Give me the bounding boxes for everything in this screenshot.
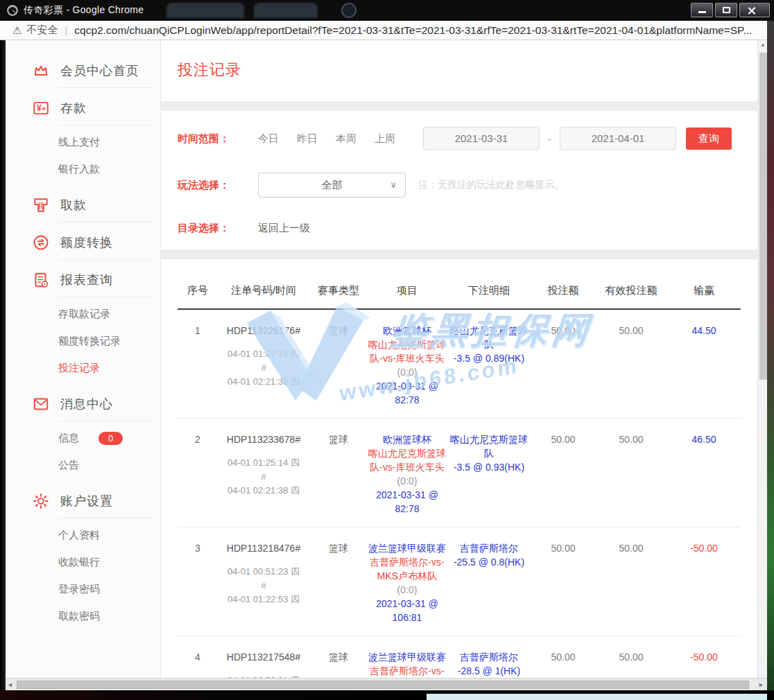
sidebar-item[interactable]: 线上支付: [6, 129, 160, 156]
date-to-input[interactable]: 2021-04-01: [560, 127, 676, 150]
sidebar-item[interactable]: 公告: [6, 452, 160, 479]
league-link[interactable]: 波兰篮球甲级联赛: [368, 541, 447, 555]
sidebar-group-label: 账户设置: [60, 493, 113, 509]
sidebar-item[interactable]: 额度转换记录: [6, 328, 160, 355]
sidebar-group[interactable]: 额度转换: [6, 225, 160, 259]
background-tab: [254, 3, 318, 18]
bet-pick-link[interactable]: 喀山尤尼克斯篮球队: [447, 324, 531, 351]
back-up-level-link[interactable]: 返回上一级: [258, 222, 310, 235]
filters-panel: 时间范围： 今日昨日本周上周 2021-03-31 - 2021-04-01 查…: [161, 111, 757, 250]
vertical-scrollbar[interactable]: ▲: [757, 40, 767, 678]
background-tab: [166, 3, 244, 18]
quick-range-link[interactable]: 上周: [375, 132, 395, 146]
time-range-row: 时间范围： 今日昨日本周上周 2021-03-31 - 2021-04-01 查…: [178, 126, 750, 151]
maximize-button[interactable]: [715, 3, 737, 17]
order-number: HDP113233678#: [218, 432, 309, 446]
time-range-label: 时间范围：: [178, 132, 258, 146]
sidebar-group-label: 会员中心首页: [60, 62, 139, 79]
sidebar-group[interactable]: 会员中心首页: [6, 53, 160, 87]
play-select-row: 玩法选择： 全部 ∨ 注：无投注的玩法此处忽略显示。: [178, 172, 750, 198]
event-cell: 波兰篮球甲级联赛吉普萨斯塔尔-vs-MKS卢布林队 (0:0)2021-03-3…: [368, 650, 447, 678]
result-link[interactable]: 2021-03-31 @ 82:78: [368, 488, 447, 516]
table-row: 1HDP113226176#04-01 01:07:14 四#04-01 02:…: [178, 310, 741, 419]
sport-cell: 篮球: [309, 541, 368, 624]
play-select-dropdown[interactable]: 全部 ∨: [258, 173, 406, 198]
address-bar[interactable]: ⚠ 不安全 | cqcp2.com/chuanQiCPLoginWeb/app/…: [0, 21, 774, 40]
scroll-right-icon[interactable]: ►: [758, 681, 764, 688]
horizontal-scrollbar[interactable]: ◄ ►: [6, 678, 767, 690]
divider: [58, 87, 155, 88]
result-link[interactable]: 2021-03-31 @ 82:78: [368, 379, 447, 407]
settle-time: 04-01 01:22:53 四: [218, 593, 309, 606]
bet-amount-cell: 50.00: [531, 432, 595, 516]
quick-range-link[interactable]: 本周: [336, 132, 356, 146]
column-header: 投注额: [531, 284, 595, 297]
valid-amount-cell: 50.00: [595, 324, 667, 407]
scroll-up-icon[interactable]: ▲: [758, 42, 768, 48]
seq-cell: 4: [178, 650, 218, 678]
seq-cell: 3: [178, 541, 218, 624]
match-teams: 吉普萨斯塔尔-vs-MKS卢布林队: [370, 557, 444, 581]
minimize-icon: [698, 11, 706, 13]
date-from-input[interactable]: 2021-03-31: [423, 127, 540, 150]
sidebar-item[interactable]: 登录密码: [6, 576, 160, 603]
detail-cell: 吉普萨斯塔尔-28.5 @ 1(HK): [447, 650, 531, 678]
quick-range-link[interactable]: 今日: [258, 132, 279, 146]
table-row: 3HDP113218476#04-01 00:51:23 四#04-01 01:…: [178, 527, 741, 636]
sidebar-group[interactable]: ¥«存款: [6, 90, 160, 125]
window-border-bottom: [0, 690, 774, 700]
bet-pick-link[interactable]: 吉普萨斯塔尔: [447, 541, 531, 555]
sport-cell: 篮球: [309, 324, 368, 407]
bet-time: 04-01 00:51:23 四: [218, 565, 309, 579]
table-body: 1HDP113226176#04-01 01:07:14 四#04-01 02:…: [161, 310, 757, 678]
quick-range-link[interactable]: 昨日: [297, 132, 318, 146]
sidebar-group[interactable]: 消息中心: [6, 386, 160, 421]
url-text[interactable]: cqcp2.com/chuanQiCPLoginWeb/app/reportDe…: [74, 24, 752, 37]
page-title: 投注记录: [178, 60, 241, 80]
sidebar-item[interactable]: 收款银行: [6, 549, 160, 576]
bet-pick-link[interactable]: 喀山尤尼克斯篮球队: [447, 432, 531, 460]
sidebar-group[interactable]: 取款: [6, 187, 160, 222]
bet-pick-link[interactable]: 吉普萨斯塔尔: [447, 650, 531, 664]
close-button[interactable]: [739, 3, 770, 17]
order-cell: HDP113226176#04-01 01:07:14 四#04-01 02:2…: [218, 324, 309, 407]
sidebar-item[interactable]: 投注记录: [6, 355, 160, 382]
window-border-left: [0, 40, 6, 690]
warning-icon[interactable]: ⚠: [12, 24, 22, 37]
sidebar-item[interactable]: 取款密码: [6, 603, 160, 630]
sidebar-item[interactable]: 信息0: [6, 425, 160, 452]
security-label[interactable]: 不安全: [26, 24, 58, 37]
scroll-left-icon[interactable]: ◄: [7, 681, 13, 688]
sidebar: 会员中心首页¥«存款线上支付银行入款取款额度转换报表查询存取款记录额度转换记录投…: [6, 40, 161, 678]
report-icon: [32, 271, 50, 289]
sidebar-item[interactable]: 银行入款: [6, 156, 160, 183]
divider: [58, 421, 155, 421]
sidebar-item[interactable]: 个人资料: [6, 522, 160, 549]
play-select-label: 玩法选择：: [178, 179, 258, 192]
quick-links: 今日昨日本周上周: [258, 132, 413, 146]
sidebar-group-label: 存款: [60, 100, 87, 116]
crown-icon: [32, 62, 50, 80]
sidebar-item[interactable]: 存取款记录: [6, 301, 160, 328]
vertical-scrollbar-thumb[interactable]: [759, 53, 767, 380]
bet-amount-cell: 50.00: [531, 541, 595, 624]
match-name: 吉普萨斯塔尔-vs-MKS卢布林队 (0:0): [368, 664, 447, 678]
divider: [58, 259, 155, 260]
league-link[interactable]: 欧洲篮球杯: [368, 432, 447, 446]
league-link[interactable]: 欧洲篮球杯: [368, 324, 447, 338]
time-separator: #: [218, 470, 309, 484]
search-button[interactable]: 查询: [686, 128, 732, 150]
league-link[interactable]: 波兰篮球甲级联赛: [368, 650, 447, 664]
seq-cell: 2: [178, 432, 218, 516]
sidebar-group[interactable]: 报表查询: [6, 262, 160, 297]
match-name: 喀山尤尼克斯篮球队-vs-库班火车头 (0:0): [368, 338, 447, 379]
order-number: HDP113217548#: [218, 650, 309, 664]
result-link[interactable]: 2021-03-31 @ 106:81: [368, 597, 447, 624]
match-name: 吉普萨斯塔尔-vs-MKS卢布林队 (0:0): [368, 555, 447, 597]
sidebar-group[interactable]: 账户设置: [6, 483, 160, 518]
main-content: 投注记录 时间范围： 今日昨日本周上周 2021-03-31 - 2021-04…: [161, 40, 757, 678]
horizontal-scrollbar-thumb[interactable]: [17, 681, 749, 689]
order-number: HDP113226176#: [218, 324, 309, 338]
settle-time: 04-01 02:21:38 四: [218, 484, 309, 498]
minimize-button[interactable]: [691, 3, 713, 17]
